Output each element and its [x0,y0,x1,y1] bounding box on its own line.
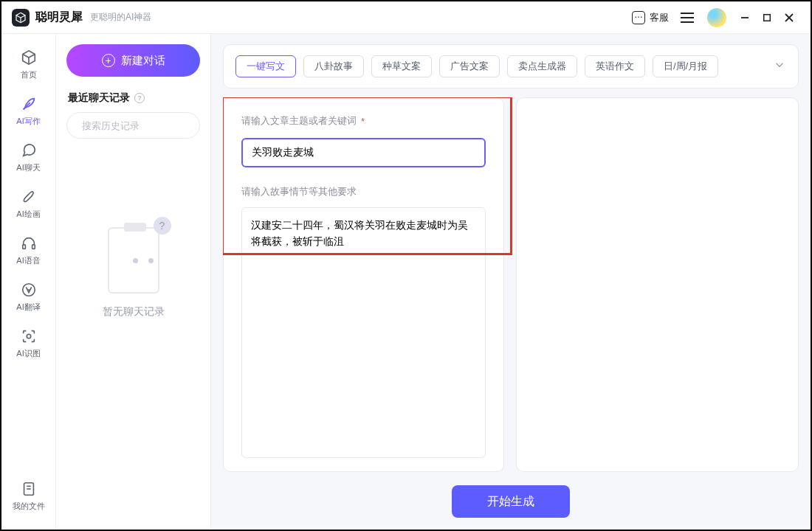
empty-text: 暂无聊天记录 [103,305,165,319]
tab-grass-copy[interactable]: 种草文案 [371,55,432,77]
tab-selling-points[interactable]: 卖点生成器 [507,55,577,77]
app-slogan: 更聪明的AI神器 [90,11,151,24]
maximize-button[interactable] [756,7,778,29]
input-panel: 请输入文章主题或者关键词* 请输入故事情节等其他要求 [223,97,504,472]
history-search[interactable] [66,112,200,139]
chat-icon [632,11,645,24]
sidebar-item-ai-translate[interactable]: AI翻译 [1,274,55,320]
detail-label: 请输入故事情节等其他要求 [241,185,486,198]
history-empty: ? 暂无聊天记录 [56,221,210,319]
detail-textarea-wrap[interactable] [241,207,486,458]
feather-icon [20,95,38,113]
menu-icon[interactable] [679,10,695,26]
template-tabs: 一键写文 八卦故事 种草文案 广告文案 卖点生成器 英语作文 日/周/月报 [223,44,799,88]
new-chat-label: 新建对话 [121,54,165,68]
topic-input-wrap[interactable] [241,138,486,167]
topic-input[interactable] [252,147,475,159]
sidebar-item-ai-write[interactable]: AI写作 [1,88,55,134]
avatar[interactable] [707,8,726,27]
titlebar: 聪明灵犀 更聪明的AI神器 客服 [1,1,811,34]
sidebar-rail: 首页 AI写作 AI聊天 AI绘画 AI语音 AI翻译 AI识图 我的文件 [1,34,56,530]
sidebar-item-label: AI语音 [16,255,40,266]
sidebar-item-label: AI识图 [16,348,40,359]
close-button[interactable] [778,7,800,29]
tab-ad-copy[interactable]: 广告文案 [439,55,500,77]
plus-icon: + [102,54,115,67]
output-panel [516,97,799,472]
sidebar-item-label: AI绘画 [16,209,40,220]
svg-point-10 [27,334,31,339]
generate-button[interactable]: 开始生成 [452,485,570,518]
file-icon [20,480,38,498]
history-panel: + 新建对话 最近聊天记录 ? ? 暂无聊天记录 [56,34,211,530]
sidebar-item-ai-paint[interactable]: AI绘画 [1,181,55,227]
detail-textarea[interactable] [251,217,476,448]
sidebar-item-ai-chat[interactable]: AI聊天 [1,134,55,181]
minimize-button[interactable] [734,7,756,29]
sidebar-item-label: AI聊天 [16,162,40,173]
brush-icon [20,188,38,206]
empty-illustration: ? [100,221,167,295]
history-title: 最近聊天记录 ? [68,91,199,105]
headphones-icon [20,235,38,252]
chat-bubble-icon [20,142,38,159]
service-label: 客服 [650,11,669,24]
sidebar-item-label: 我的文件 [13,501,45,512]
sidebar-item-label: AI翻译 [16,302,40,313]
sidebar-item-ai-voice[interactable]: AI语音 [1,227,55,274]
topic-label: 请输入文章主题或者关键词* [241,114,486,128]
sidebar-item-home[interactable]: 首页 [1,41,55,88]
tab-english-essay[interactable]: 英语作文 [585,55,645,77]
tab-gossip[interactable]: 八卦故事 [303,55,364,77]
search-input[interactable] [82,120,206,131]
svg-rect-2 [764,14,771,21]
app-name: 聪明灵犀 [35,10,83,25]
app-logo [12,9,30,27]
customer-service-button[interactable]: 客服 [632,11,669,24]
svg-rect-8 [32,245,35,249]
sidebar-item-label: 首页 [21,69,37,80]
sidebar-item-ai-image-rec[interactable]: AI识图 [1,320,55,367]
scan-icon [20,327,38,345]
new-chat-button[interactable]: + 新建对话 [66,44,200,77]
cube-icon [20,49,38,66]
translate-icon [20,281,38,299]
tab-one-click[interactable]: 一键写文 [235,55,296,77]
tab-report[interactable]: 日/周/月报 [653,55,718,77]
main-area: 一键写文 八卦故事 种草文案 广告文案 卖点生成器 英语作文 日/周/月报 请输… [211,34,811,530]
sidebar-item-my-files[interactable]: 我的文件 [1,473,55,519]
chevron-down-icon[interactable] [773,58,786,74]
svg-rect-7 [22,245,25,249]
help-icon[interactable]: ? [134,93,145,103]
sidebar-item-label: AI写作 [16,116,40,127]
